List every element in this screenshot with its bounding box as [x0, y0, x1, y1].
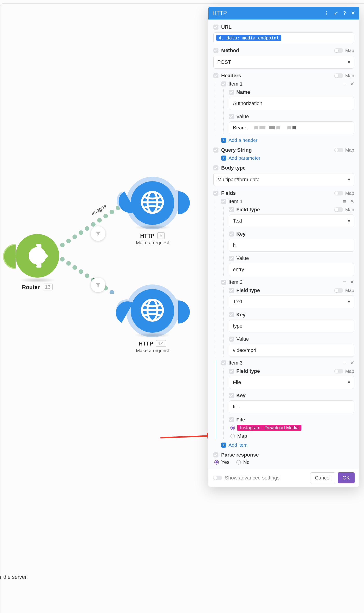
svg-point-2: [72, 234, 77, 239]
ok-button[interactable]: OK: [338, 472, 355, 483]
header-name-input[interactable]: Authorization: [229, 97, 354, 110]
cancel-button[interactable]: Cancel: [310, 472, 335, 483]
map-toggle[interactable]: [334, 148, 343, 152]
item-remove-icon[interactable]: ✕: [350, 279, 354, 285]
item-menu-icon[interactable]: ≡: [343, 360, 346, 366]
svg-line-27: [160, 436, 208, 438]
check-icon: [229, 232, 234, 236]
chevron-down-icon: ▾: [348, 177, 350, 183]
map-label: Map: [345, 369, 354, 374]
field2-type-select[interactable]: Text ▾: [229, 295, 354, 308]
field1-type-select[interactable]: Text ▾: [229, 215, 354, 227]
header-value-input[interactable]: Bearer: [229, 121, 354, 134]
check-icon: [221, 199, 226, 204]
field3-key-input[interactable]: file: [229, 400, 354, 413]
svg-point-11: [60, 257, 65, 261]
item-menu-icon[interactable]: ≡: [343, 81, 346, 87]
advanced-toggle[interactable]: [213, 476, 222, 480]
item-remove-icon[interactable]: ✕: [350, 198, 354, 204]
menu-icon[interactable]: ⋮: [324, 10, 329, 16]
http-node-1[interactable]: HTTP 5 Make a request: [131, 181, 174, 225]
item-menu-icon[interactable]: ≡: [343, 279, 346, 285]
footnote: r the server.: [0, 574, 28, 580]
file-source-tag: Instagram - Download Media: [237, 425, 301, 431]
panel-title: HTTP: [212, 10, 324, 16]
chevron-down-icon: ▾: [348, 218, 350, 224]
map-toggle[interactable]: [334, 369, 343, 373]
add-field-button[interactable]: + Add item: [221, 442, 354, 448]
map-toggle[interactable]: [334, 288, 343, 293]
map-toggle[interactable]: [334, 73, 343, 78]
filter-button-videos[interactable]: [91, 278, 105, 292]
svg-point-7: [103, 214, 108, 218]
bodytype-select[interactable]: Multipart/form-data ▾: [213, 173, 354, 186]
method-label: Method: [221, 47, 239, 54]
url-input[interactable]: 4. data: media-endpoint: [213, 32, 354, 43]
query-label: Query String: [221, 147, 252, 153]
map-label: Map: [345, 73, 354, 79]
method-select[interactable]: POST ▾: [213, 56, 354, 68]
router-node[interactable]: Router 13: [16, 234, 59, 278]
http2-subtitle: Make a request: [118, 348, 187, 353]
plus-icon: +: [221, 443, 226, 448]
chevron-down-icon: ▾: [348, 299, 350, 305]
field1-value-input[interactable]: entry: [229, 263, 354, 276]
item-menu-icon[interactable]: ≡: [343, 198, 346, 204]
item-remove-icon[interactable]: ✕: [350, 360, 354, 366]
edge-label-images: Images: [90, 203, 107, 217]
check-icon: [221, 360, 226, 366]
field2-value-label: Value: [236, 336, 249, 342]
check-icon: [229, 312, 234, 317]
expand-icon[interactable]: ⤢: [334, 10, 338, 16]
field1-type-label: Field type: [236, 207, 260, 213]
svg-point-3: [79, 230, 83, 235]
http1-badge: 5: [157, 232, 165, 239]
http1-label: HTTP 5 Make a request: [118, 232, 187, 245]
add-header-button[interactable]: + Add a header: [221, 137, 354, 143]
file-radio-map[interactable]: Map: [230, 433, 354, 439]
check-icon: [213, 191, 219, 196]
annotation-arrow: [159, 430, 215, 442]
field2-type-label: Field type: [236, 287, 260, 293]
map-toggle[interactable]: [334, 191, 343, 195]
url-tag: 4. data: media-endpoint: [216, 35, 281, 41]
close-icon[interactable]: ✕: [351, 10, 355, 16]
router-badge: 13: [43, 284, 53, 290]
map-label: Map: [345, 191, 354, 196]
http-config-panel: HTTP ⋮ ⤢ ? ✕ URL 4. data: media-endpoint: [208, 6, 359, 487]
parse-yes-radio[interactable]: Yes: [214, 459, 229, 465]
bodytype-label: Body type: [221, 165, 246, 171]
map-toggle[interactable]: [334, 48, 343, 53]
filter-button-images[interactable]: [91, 226, 105, 241]
svg-point-19: [110, 290, 114, 294]
add-field-label: Add item: [229, 442, 247, 448]
field3-type-select[interactable]: File ▾: [229, 376, 354, 389]
router-title: Router: [22, 284, 40, 290]
http2-badge: 14: [156, 340, 166, 347]
check-icon: [213, 48, 219, 53]
http2-title: HTTP: [139, 341, 153, 347]
check-icon: [221, 280, 226, 285]
svg-point-8: [110, 210, 114, 214]
parse-no-radio[interactable]: No: [236, 459, 250, 465]
field1-key-input[interactable]: h: [229, 239, 354, 252]
help-icon[interactable]: ?: [343, 10, 346, 16]
router-label: Router 13: [3, 284, 72, 290]
field3-key-label: Key: [236, 393, 246, 398]
file-radio-source[interactable]: Instagram - Download Media: [230, 425, 354, 431]
map-toggle[interactable]: [334, 207, 343, 212]
http-node-2[interactable]: HTTP 14 Make a request: [131, 289, 174, 333]
header-name-label: Name: [236, 89, 250, 95]
field1-type-value: Text: [233, 218, 242, 224]
field2-value-input[interactable]: video/mp4: [229, 344, 354, 357]
field2-key-value: type: [233, 323, 243, 329]
map-label: Map: [345, 207, 354, 212]
field1-value-label: Value: [236, 255, 249, 261]
check-icon: [229, 337, 234, 341]
add-parameter-button[interactable]: + Add parameter: [221, 155, 354, 161]
check-icon: [229, 207, 234, 212]
item-remove-icon[interactable]: ✕: [350, 81, 354, 87]
chevron-down-icon: ▾: [348, 380, 350, 385]
field2-key-input[interactable]: type: [229, 320, 354, 332]
map-label: Map: [345, 148, 354, 153]
